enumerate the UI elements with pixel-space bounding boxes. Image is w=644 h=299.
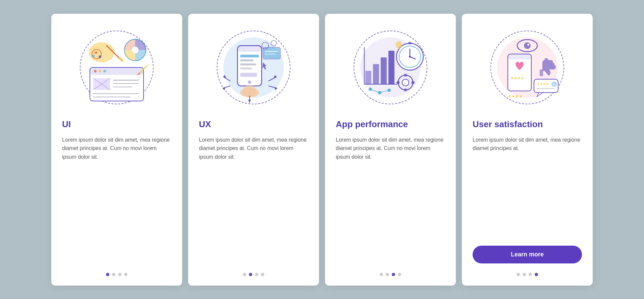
svg-text:Q: Q <box>553 83 555 86</box>
ux-title: UX <box>199 119 308 130</box>
svg-marker-44 <box>223 87 225 90</box>
svg-rect-82 <box>508 54 531 91</box>
satisfaction-text: Lorem ipsum dolor sit dim amet, mea regi… <box>473 136 582 239</box>
dot-4 <box>398 273 401 276</box>
performance-dots <box>380 273 401 276</box>
ui-text: Lorem ipsum dolor sit dim amet, mea regi… <box>62 136 171 263</box>
svg-marker-36 <box>262 62 266 69</box>
dot-1 <box>243 273 246 276</box>
ux-dots <box>243 273 264 276</box>
ui-dots <box>106 273 127 276</box>
svg-rect-30 <box>240 63 256 65</box>
svg-rect-69 <box>411 81 415 84</box>
svg-point-8 <box>132 47 139 53</box>
svg-rect-62 <box>408 42 412 44</box>
card-ui: UI Lorem ipsum dolor sit dim amet, mea r… <box>51 14 182 286</box>
svg-point-2 <box>95 51 97 54</box>
performance-illustration <box>347 24 434 111</box>
cards-container: UI Lorem ipsum dolor sit dim amet, mea r… <box>41 4 603 296</box>
dot-2 <box>386 273 389 276</box>
svg-rect-32 <box>240 73 257 77</box>
svg-text:★★★★: ★★★★ <box>508 94 523 99</box>
dot-1 <box>517 273 520 276</box>
svg-point-81 <box>527 44 529 46</box>
card-ux: UX Lorem ipsum dolor sit dim amet, mea r… <box>188 14 319 286</box>
performance-text: Lorem ipsum dolor sit dim amet, mea regi… <box>336 136 445 263</box>
learn-more-button[interactable]: Learn more <box>473 246 582 263</box>
svg-point-40 <box>243 85 256 97</box>
svg-rect-85 <box>540 69 543 76</box>
satisfaction-dots <box>517 273 538 276</box>
dot-3 <box>392 273 395 276</box>
svg-marker-50 <box>248 100 251 103</box>
svg-rect-28 <box>240 55 259 57</box>
svg-rect-33 <box>263 47 280 59</box>
svg-point-13 <box>103 70 106 72</box>
card-satisfaction: ★★★★ ★★★★ ★★★★ Q User satisfaction <box>462 14 593 286</box>
svg-point-3 <box>99 55 101 58</box>
ux-text: Lorem ipsum dolor sit dim amet, mea regi… <box>199 136 308 263</box>
svg-marker-87 <box>537 93 542 97</box>
card-performance: App performance Lorem ipsum dolor sit di… <box>325 14 456 286</box>
performance-title: App performance <box>336 119 445 130</box>
svg-marker-23 <box>147 63 150 66</box>
dot-4 <box>124 273 127 276</box>
svg-rect-10 <box>90 67 144 75</box>
ui-title: UI <box>62 119 171 130</box>
svg-rect-51 <box>365 71 371 84</box>
svg-line-45 <box>269 77 276 81</box>
dot-1 <box>106 273 109 276</box>
svg-rect-26 <box>237 46 262 52</box>
dot-2 <box>249 273 252 276</box>
ui-illustration <box>73 24 160 111</box>
svg-point-64 <box>402 79 409 86</box>
svg-text:★★★★: ★★★★ <box>537 82 549 86</box>
svg-rect-31 <box>240 67 252 69</box>
svg-text:★★★★: ★★★★ <box>511 76 524 80</box>
svg-rect-83 <box>508 54 531 59</box>
satisfaction-title: User satisfaction <box>473 119 582 130</box>
svg-point-4 <box>92 55 95 57</box>
dot-3 <box>118 273 121 276</box>
dot-1 <box>380 273 383 276</box>
svg-marker-48 <box>274 87 277 90</box>
svg-rect-70 <box>396 81 400 84</box>
ux-illustration <box>210 24 297 111</box>
svg-line-74 <box>370 89 380 93</box>
svg-point-38 <box>271 41 276 46</box>
svg-point-12 <box>99 70 101 72</box>
svg-rect-66 <box>404 89 407 91</box>
svg-rect-54 <box>388 51 394 84</box>
svg-point-61 <box>409 56 411 58</box>
svg-point-0 <box>89 42 114 62</box>
svg-rect-65 <box>404 74 407 77</box>
dot-2 <box>523 273 526 276</box>
svg-point-11 <box>94 70 97 72</box>
svg-rect-53 <box>381 57 387 84</box>
svg-rect-52 <box>373 64 379 84</box>
dot-3 <box>529 273 532 276</box>
svg-point-80 <box>524 42 531 49</box>
dot-3 <box>255 273 258 276</box>
svg-line-75 <box>380 90 389 93</box>
satisfaction-illustration: ★★★★ ★★★★ ★★★★ Q <box>484 24 571 111</box>
svg-line-41 <box>223 77 230 81</box>
svg-rect-29 <box>240 59 254 61</box>
dot-4 <box>261 273 264 276</box>
dot-4 <box>535 273 538 276</box>
svg-point-27 <box>248 81 251 84</box>
dot-2 <box>112 273 115 276</box>
